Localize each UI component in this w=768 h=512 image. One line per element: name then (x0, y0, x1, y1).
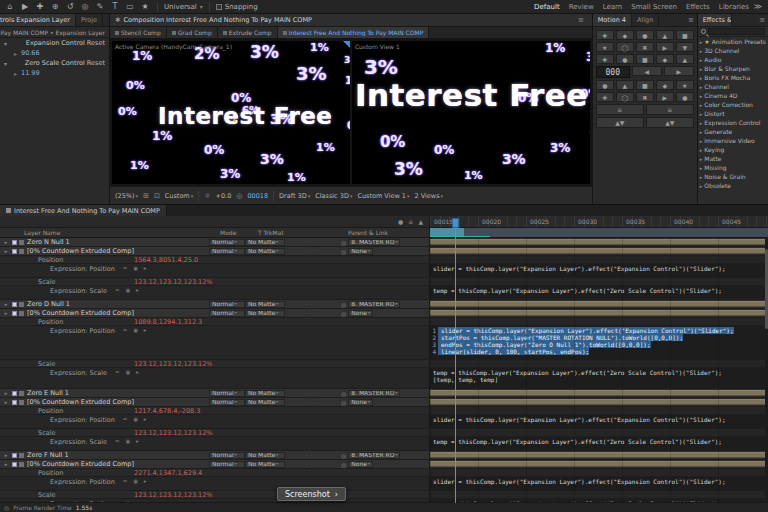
property-label[interactable]: Position (38, 256, 134, 263)
property-value[interactable]: 123.12,123.12,123.12% (134, 360, 213, 367)
workspace-effects[interactable]: Effects (686, 3, 710, 11)
parent-select[interactable]: 8. MASTER RO▾ (348, 452, 400, 459)
layer-video-toggle[interactable] (12, 462, 17, 467)
motion4-button[interactable]: ▼ (676, 42, 694, 52)
pickwhip-icon[interactable]: ◎ (341, 248, 346, 255)
expression-editor[interactable]: temp = thisComp.layer("Expansion Layer")… (430, 368, 768, 384)
code-line[interactable]: linear(slider, 0, 100, startPos, endPos)… (438, 348, 589, 355)
trkmat-select[interactable]: No Matte▾ (245, 248, 285, 255)
view-layout-dropdown[interactable]: 2 Views▾ (415, 192, 444, 200)
tab-motion4[interactable]: Motion 4 (593, 14, 632, 26)
timeline-track[interactable] (430, 491, 768, 498)
motion4-button[interactable]: ◯ (616, 92, 634, 102)
motion4-button[interactable]: ✖ (636, 42, 654, 52)
timeline-track[interactable] (430, 300, 768, 308)
pickwhip-icon[interactable]: ◎ (341, 239, 346, 246)
trkmat-select[interactable]: No Matte▾ (245, 239, 285, 246)
view-dropdown[interactable]: Custom View 1▾ (357, 192, 409, 200)
pen-tool-icon[interactable]: ✎ (94, 2, 106, 11)
parent-select[interactable]: None▾ (348, 399, 373, 406)
effects-category-item[interactable]: ▸Generate (698, 127, 768, 136)
workspace-libraries[interactable]: Libraries (719, 3, 749, 11)
effects-category-item[interactable]: ▸Obsolete (698, 181, 768, 190)
timeline-track[interactable]: temp = thisComp.layer("Expansion Layer")… (430, 286, 768, 299)
motion4-button[interactable]: ◀ (632, 66, 662, 76)
workspace-small-screen[interactable]: Small Screen (631, 3, 677, 11)
mode-select[interactable]: Normal▾ (209, 248, 245, 255)
twirl-icon[interactable]: ▸ (700, 75, 703, 81)
effects-category-item[interactable]: ▸Immersive Video (698, 136, 768, 145)
chart-icon[interactable]: ● (398, 218, 403, 225)
motion4-button[interactable]: ■ (636, 54, 654, 64)
effects-category-item[interactable]: ▸Distort (698, 109, 768, 118)
exposure-value[interactable]: +0.0 (216, 192, 232, 200)
expression-icons[interactable]: = ◉ ▸ (123, 327, 149, 333)
motion4-wide-button[interactable]: ≡ (596, 104, 644, 115)
twirl-icon[interactable]: ▸ (700, 111, 703, 117)
effects-category-item[interactable]: ▸Noise & Grain (698, 172, 768, 181)
twirl-icon[interactable]: ▸ (0, 390, 12, 396)
screenshot-button[interactable]: Screenshot › (277, 487, 346, 501)
twirl-icon[interactable]: ▸ (0, 461, 12, 467)
layer-switches[interactable]: ··· (285, 390, 341, 396)
code-line[interactable]: slider = thisComp.layer("Expansion Layer… (430, 265, 726, 272)
effects-category-item[interactable]: ▸Expression Control (698, 118, 768, 127)
expression-icons[interactable]: = ◉ ▸ (123, 265, 149, 271)
timeline-track[interactable] (430, 360, 768, 367)
column-layer-name[interactable]: Layer Name (24, 229, 60, 236)
layer-label-chip[interactable] (19, 240, 24, 245)
timeline-track[interactable] (430, 278, 768, 285)
panel-menu-icon[interactable]: ≡ (685, 14, 697, 26)
effects-category-item[interactable]: ▸Keying (698, 145, 768, 154)
mode-select[interactable]: Normal▾ (209, 461, 245, 468)
motion4-button[interactable]: ▶ (656, 42, 674, 52)
layer-name[interactable]: [0% Countdown Extruded Comp] (27, 398, 209, 406)
comp-tab-4[interactable]: Interest Free And Nothing To Pay MAIN CO… (278, 27, 430, 38)
motion4-button[interactable]: ● (616, 54, 634, 64)
layer-label-chip[interactable] (19, 462, 24, 467)
graph-editor-icon[interactable]: ≡ (408, 218, 413, 225)
twirl-icon[interactable]: ▸ (700, 147, 703, 153)
effects-category-item[interactable]: ▸Missing (698, 163, 768, 172)
layer-video-toggle[interactable] (12, 400, 17, 405)
timeline-ruler[interactable]: 00015000200002500030000350004000045 (430, 216, 768, 227)
twirl-icon[interactable]: ▸ (700, 129, 703, 135)
layer-switches[interactable]: ··· (285, 301, 341, 307)
pickwhip-icon[interactable]: ◎ (341, 399, 346, 406)
motion4-button[interactable]: ■ (676, 30, 694, 40)
column-parent-link[interactable]: Parent & Link (348, 229, 388, 236)
grid-guides-icon[interactable]: ⊞ (143, 192, 149, 200)
effects-category-item[interactable]: ▸Boris FX Mocha (698, 73, 768, 82)
layer-duration-bar[interactable] (430, 310, 768, 316)
expression-editor[interactable]: 1slider = thisComp.layer("Expansion Laye… (430, 326, 768, 356)
effects-category-item[interactable]: ▸Audio (698, 55, 768, 64)
mode-select[interactable]: Normal▾ (209, 310, 245, 317)
expression-icons[interactable]: = ◉ ▸ (115, 287, 141, 293)
timeline-track[interactable] (430, 469, 768, 476)
twirl-icon[interactable]: ▸ (700, 39, 703, 45)
effects-search-input[interactable] (708, 28, 765, 35)
region-of-interest-icon[interactable]: ⊡ (154, 192, 160, 200)
layer-video-toggle[interactable] (12, 302, 17, 307)
property-value[interactable]: 1217.4,678.4,-208.3 (134, 407, 200, 414)
property-label[interactable]: Scale (38, 491, 134, 498)
code-line[interactable]: startPos = thisComp.layer("MASTER ROTATI… (438, 334, 683, 341)
timeline-track[interactable] (430, 389, 768, 397)
expression-icons[interactable]: = ◉ ▸ (115, 438, 141, 444)
timeline-tab[interactable]: Interest Free And Nothing To Pay MAIN CO… (0, 205, 167, 216)
comp-tab-3[interactable]: Extrude Comp (218, 27, 278, 38)
snapping-checkbox[interactable] (216, 4, 222, 10)
workspace-overflow-icon[interactable]: ≫ (752, 2, 764, 11)
orbit-tool-icon[interactable]: ↺ (64, 2, 76, 11)
layer-label-chip[interactable] (19, 391, 24, 396)
timeline-track[interactable] (430, 256, 768, 263)
property-value[interactable]: 123.12,123.12,123.12% (134, 278, 213, 285)
twirl-icon[interactable]: ▸ (0, 310, 12, 316)
layer-video-toggle[interactable] (12, 311, 17, 316)
parent-select[interactable]: 8. MASTER RO▾ (348, 390, 400, 397)
layer-video-toggle[interactable] (12, 391, 17, 396)
resolution-dropdown[interactable]: Custom▾ (165, 192, 193, 200)
effects-category-item[interactable]: ▸Blur & Sharpen (698, 64, 768, 73)
expression-icons[interactable]: = ◉ ▸ (123, 478, 149, 484)
code-line[interactable]: slider = thisComp.layer("Expansion Layer… (430, 416, 726, 423)
